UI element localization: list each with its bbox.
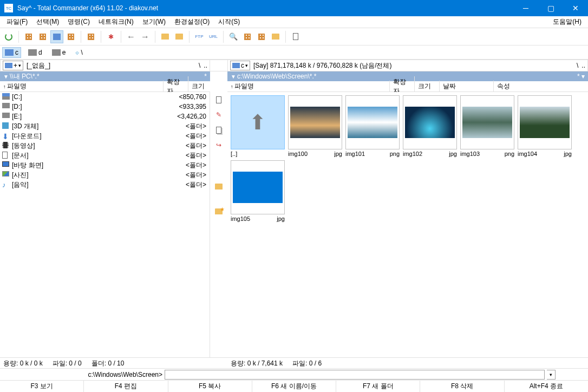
drive-e[interactable]: e: [49, 47, 69, 58]
pack-icon: [161, 34, 169, 40]
sort-button[interactable]: [84, 30, 97, 43]
fkey-3[interactable]: F3 보기: [0, 381, 84, 392]
file-row[interactable]: [사진]<폴더>: [0, 170, 210, 180]
url-button[interactable]: URL: [207, 30, 220, 43]
copy-names-button[interactable]: [269, 30, 282, 43]
fkey-9[interactable]: Alt+F4 종료: [505, 381, 588, 392]
cmdline-input[interactable]: [165, 370, 545, 380]
brief-icon: [25, 34, 32, 40]
view-full-button[interactable]: [36, 30, 49, 43]
drivebar: c d e ⟐\: [0, 45, 588, 60]
center-btn-3[interactable]: [213, 125, 224, 135]
right-drive-select[interactable]: c▾: [230, 61, 250, 70]
center-btn-1[interactable]: [213, 94, 224, 105]
file-row[interactable]: [문서]<폴더>: [0, 151, 210, 160]
thumbnail[interactable]: ⬆[..]: [231, 95, 285, 157]
thumbnail[interactable]: img105jpg: [231, 160, 285, 222]
drive-d[interactable]: d: [25, 47, 45, 58]
file-size: <폴더>: [167, 161, 207, 170]
file-row[interactable]: [3D 개체]<폴더>: [0, 121, 210, 131]
fkey-8[interactable]: F8 삭제: [420, 381, 504, 392]
thumb-name: [..]: [231, 151, 237, 157]
drive-c[interactable]: c: [2, 47, 21, 58]
notepad-button[interactable]: [289, 30, 302, 43]
thumb-ext: jpg: [449, 151, 457, 157]
fkey-7[interactable]: F7 새 폴더: [336, 381, 420, 392]
file-name: [E:]: [12, 113, 167, 120]
menu-select[interactable]: 선택(M): [32, 16, 63, 28]
thumbnail[interactable]: img100jpg: [288, 95, 342, 157]
center-btn-5[interactable]: [213, 181, 224, 192]
menu-start[interactable]: 시작(S): [214, 16, 244, 28]
file-row[interactable]: [동영상]<폴더>: [0, 141, 210, 151]
move-icon: ↪: [216, 141, 221, 149]
right-col-attr[interactable]: 속성: [494, 81, 588, 92]
menu-options[interactable]: 환경설정(O): [170, 16, 214, 28]
menu-file[interactable]: 파일(F): [2, 16, 32, 28]
minimize-button[interactable]: ─: [513, 0, 538, 16]
right-col-date[interactable]: 날짜: [440, 81, 494, 92]
fkey-6[interactable]: F6 새 이름/이동: [252, 381, 336, 392]
file-size: <3,426,20: [167, 113, 207, 120]
unpack-button[interactable]: [173, 30, 186, 43]
pack-button[interactable]: [159, 30, 172, 43]
fkey-5[interactable]: F5 복사: [168, 381, 252, 392]
sync-button[interactable]: [255, 30, 268, 43]
file-row[interactable]: [E:]<3,426,20: [0, 112, 210, 121]
view-thumb-button[interactable]: [50, 30, 63, 43]
thumbnail[interactable]: img102jpg: [403, 95, 457, 157]
right-nav-root[interactable]: \: [577, 62, 578, 69]
file-row[interactable]: ♪[음악]<폴더>: [0, 180, 210, 190]
thumbnail[interactable]: img103png: [460, 95, 514, 157]
left-col-size[interactable]: 크기: [188, 81, 210, 92]
right-col-size[interactable]: 크기: [415, 81, 440, 92]
thumb-image: [233, 172, 283, 203]
cmdline-dropdown[interactable]: ▾: [547, 370, 556, 380]
right-col-name[interactable]: ↑파일명: [227, 81, 390, 92]
file-row[interactable]: [D:]<933,395: [0, 102, 210, 112]
left-col-name[interactable]: ↑파일명: [0, 81, 164, 92]
search-button[interactable]: 🔍: [227, 30, 240, 43]
left-drive-select[interactable]: +▾: [3, 61, 23, 70]
doc-icon: [216, 96, 221, 103]
up-arrow-icon: ⬆: [249, 110, 266, 134]
file-size: <폴더>: [167, 122, 207, 131]
menu-view[interactable]: 보기(W): [138, 16, 170, 28]
file-row[interactable]: [C:]<850,760: [0, 92, 210, 102]
right-nav-up[interactable]: ..: [582, 62, 585, 69]
file-row[interactable]: [바탕 화면]<폴더>: [0, 160, 210, 170]
forward-button[interactable]: →: [139, 30, 152, 43]
menu-network[interactable]: 네트워크(N): [94, 16, 138, 28]
center-btn-2[interactable]: ✎: [213, 109, 224, 120]
center-btn-6[interactable]: ★: [213, 206, 224, 217]
maximize-button[interactable]: ▢: [538, 0, 563, 16]
ftp-button[interactable]: FTP: [193, 30, 206, 43]
command-line: c:\Windows\Web\Screen> ▾: [0, 368, 588, 380]
drive-e-icon: [52, 49, 61, 56]
view-tree-button[interactable]: [64, 30, 77, 43]
drive-net[interactable]: ⟐\: [73, 47, 85, 58]
refresh-button[interactable]: [2, 30, 15, 43]
file-name: [동영상]: [12, 141, 167, 151]
file-row[interactable]: ⬇[다운로드]<폴더>: [0, 131, 210, 141]
hdd-c-icon: [2, 93, 10, 101]
thumbnail[interactable]: img101png: [345, 95, 400, 157]
left-panel[interactable]: [C:]<850,760[D:]<933,395[E:]<3,426,20[3D…: [0, 92, 210, 357]
thumbnail[interactable]: img104jpg: [518, 95, 572, 157]
file-size: <폴더>: [167, 180, 207, 190]
left-nav-up[interactable]: ..: [204, 62, 207, 69]
left-nav-root[interactable]: \: [199, 62, 200, 69]
view-brief-button[interactable]: [22, 30, 35, 43]
file-name: [D:]: [12, 103, 167, 110]
center-btn-4[interactable]: ↪: [213, 140, 224, 151]
fkey-4[interactable]: F4 편집: [84, 381, 168, 392]
menu-command[interactable]: 명령(C): [63, 16, 94, 28]
right-panel[interactable]: ⬆[..]img100jpgimg101pngimg102jpgimg103pn…: [227, 92, 588, 357]
invert-button[interactable]: ✱: [104, 30, 117, 43]
titlebar-text: Say^ - Total Commander (x64) 11.02 - dia…: [17, 4, 513, 12]
close-button[interactable]: ✕: [563, 0, 588, 16]
rename-button[interactable]: [241, 30, 254, 43]
file-name: [3D 개체]: [12, 122, 167, 131]
back-button[interactable]: ←: [125, 30, 138, 43]
menu-help[interactable]: 도움말(H): [548, 16, 586, 28]
